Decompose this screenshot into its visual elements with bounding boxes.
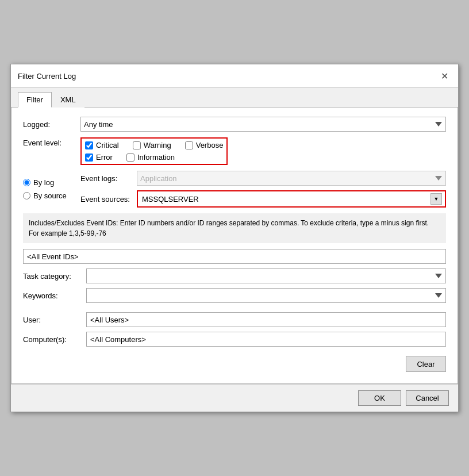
event-sources-arrow[interactable]: ▼ [430, 193, 442, 205]
tab-xml[interactable]: XML [52, 92, 84, 108]
task-category-dropdown[interactable] [86, 268, 446, 283]
computers-label: Computer(s): [23, 335, 86, 344]
user-row: User: [23, 312, 446, 327]
user-label: User: [23, 316, 86, 324]
event-sources-row: Event sources: ▼ [80, 190, 446, 208]
critical-checkbox[interactable] [85, 141, 93, 149]
event-level-label: Event level: [23, 137, 80, 147]
verbose-label: Verbose [196, 141, 224, 149]
computers-input[interactable] [86, 332, 446, 347]
by-log-radio-item[interactable]: By log [23, 178, 80, 187]
log-source-section: Event logs: Application Event sources: ▼ [80, 171, 446, 208]
event-sources-box: ▼ [137, 190, 446, 208]
error-label: Error [96, 153, 113, 162]
description-text: Includes/Excludes Event IDs: Enter ID nu… [23, 213, 446, 243]
task-category-dropdown-wrap [86, 268, 446, 283]
event-logs-dropdown-wrap: Application [137, 171, 446, 186]
user-input[interactable] [86, 312, 446, 327]
close-button[interactable]: ✕ [437, 69, 451, 83]
logged-row: Logged: Any timeLast hourLast 12 hoursLa… [23, 117, 446, 132]
event-logs-row: Event logs: Application [80, 171, 446, 186]
radio-section: By log By source Event logs: Application… [23, 171, 446, 208]
verbose-checkbox-item[interactable]: Verbose [185, 141, 224, 149]
error-checkbox[interactable] [85, 153, 93, 162]
keywords-dropdown-wrap [86, 288, 446, 303]
information-checkbox[interactable] [126, 153, 134, 162]
filter-dialog: Filter Current Log ✕ Filter XML Logged: … [10, 64, 459, 412]
task-category-label: Task category: [23, 272, 86, 281]
by-log-label: By log [33, 178, 54, 187]
warning-checkbox[interactable] [133, 141, 141, 149]
event-ids-row [23, 249, 446, 264]
by-source-radio[interactable] [23, 192, 30, 199]
information-label: Information [137, 153, 175, 162]
clear-button-row: Clear [23, 351, 446, 374]
cancel-button[interactable]: Cancel [406, 390, 449, 406]
checkbox-row-2: Error Information [85, 153, 223, 162]
information-checkbox-item[interactable]: Information [126, 153, 175, 162]
radio-column: By log By source [23, 178, 80, 200]
title-bar: Filter Current Log ✕ [11, 64, 458, 88]
ok-button[interactable]: OK [358, 390, 401, 406]
checkbox-row-1: Critical Warning Verbose [85, 141, 223, 149]
tab-content: Logged: Any timeLast hourLast 12 hoursLa… [11, 108, 458, 384]
warning-checkbox-item[interactable]: Warning [133, 141, 171, 149]
event-logs-dropdown: Application [137, 171, 446, 186]
dialog-footer: OK Cancel [11, 384, 458, 412]
logged-dropdown-wrap: Any timeLast hourLast 12 hoursLast 24 ho… [80, 117, 446, 132]
event-level-section: Event level: Critical Warning Verbose [23, 137, 446, 165]
critical-checkbox-item[interactable]: Critical [85, 141, 119, 149]
tab-filter[interactable]: Filter [18, 92, 52, 108]
clear-button[interactable]: Clear [406, 356, 446, 372]
logged-label: Logged: [23, 120, 80, 129]
event-sources-label: Event sources: [80, 195, 132, 204]
keywords-row: Keywords: [23, 288, 446, 303]
event-ids-input[interactable] [23, 249, 446, 264]
task-category-row: Task category: [23, 268, 446, 283]
verbose-checkbox[interactable] [185, 141, 193, 149]
tab-bar: Filter XML [11, 88, 458, 108]
by-source-radio-item[interactable]: By source [23, 191, 80, 200]
event-sources-input[interactable] [141, 195, 430, 204]
by-log-radio[interactable] [23, 179, 30, 186]
keywords-label: Keywords: [23, 291, 86, 300]
dialog-title: Filter Current Log [18, 72, 76, 80]
error-checkbox-item[interactable]: Error [85, 153, 113, 162]
computers-row: Computer(s): [23, 332, 446, 347]
logged-dropdown[interactable]: Any timeLast hourLast 12 hoursLast 24 ho… [80, 117, 446, 132]
event-level-checkboxes-box: Critical Warning Verbose Error [80, 137, 228, 165]
keywords-dropdown[interactable] [86, 288, 446, 303]
by-source-label: By source [33, 191, 67, 200]
warning-label: Warning [144, 141, 171, 149]
event-logs-label: Event logs: [80, 174, 132, 183]
critical-label: Critical [96, 141, 119, 149]
